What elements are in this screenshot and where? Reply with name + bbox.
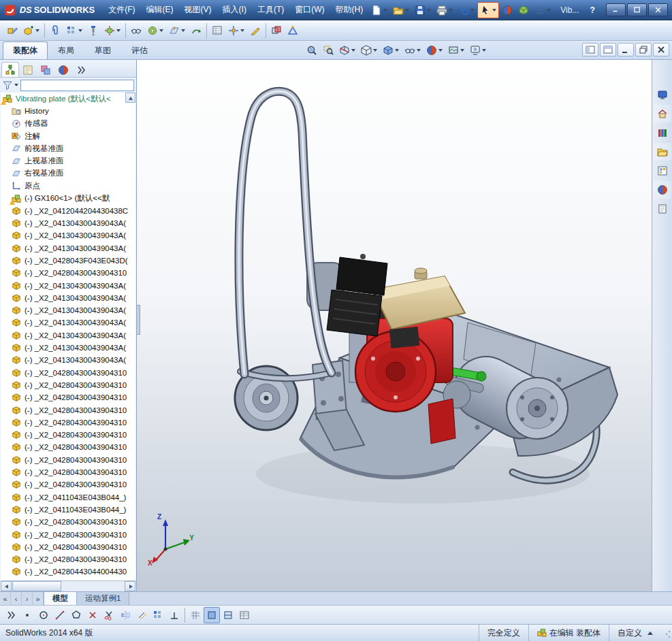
sketch-relations-button[interactable] xyxy=(166,607,182,623)
tree-item[interactable]: (-) _X2_041304300439043A( xyxy=(1,229,135,242)
tab-scroll-next[interactable]: › xyxy=(22,592,33,605)
task-custom-properties[interactable] xyxy=(654,200,671,218)
zoom-fit-button[interactable] xyxy=(304,42,320,59)
assembly-features-button[interactable] xyxy=(144,22,166,39)
tab-evaluate[interactable]: 评估 xyxy=(121,42,158,59)
tab-propertymanager[interactable] xyxy=(19,62,37,77)
reference-geometry-button[interactable] xyxy=(166,22,188,39)
tab-sketch[interactable]: 草图 xyxy=(84,42,121,59)
move-component-button[interactable] xyxy=(101,22,123,39)
tree-item[interactable]: (-) _X2_04280430043904310 xyxy=(1,466,135,478)
tree-item[interactable]: (-) _X2_04280430043904310 xyxy=(1,516,135,528)
appearance-ball-button[interactable] xyxy=(499,2,515,18)
scroll-right-button[interactable] xyxy=(125,581,135,591)
component-pattern-button[interactable] xyxy=(63,22,85,39)
show-hidden-components-button[interactable] xyxy=(128,22,144,39)
model-handle[interactable] xyxy=(239,91,332,378)
tree-item[interactable]: (-) _X2_04280443044004430 xyxy=(1,565,135,578)
tree-item[interactable]: (-) _X2_041304300439043A( xyxy=(1,279,135,291)
panel-splitter-handle[interactable] xyxy=(137,305,140,335)
tree-item[interactable]: (-) _X2_04280430043904310 xyxy=(1,478,135,491)
scrollbar-thumb[interactable] xyxy=(12,581,61,591)
tab-layout[interactable]: 布局 xyxy=(48,42,84,59)
scroll-left-button[interactable] xyxy=(1,581,12,591)
tree-item-sensors[interactable]: 传感器 xyxy=(1,118,135,130)
tab-assembly[interactable]: 装配体 xyxy=(3,42,48,59)
status-custom-dropdown[interactable]: 自定义 xyxy=(609,625,661,641)
tree-root-assembly[interactable]: Vibrating plate (默认<默认< xyxy=(1,93,135,105)
tab-motion-study-1[interactable]: 运动算例1 xyxy=(77,592,129,605)
edit-component-button[interactable] xyxy=(4,22,20,39)
sketch-offset-button[interactable] xyxy=(133,607,150,623)
menu-view[interactable]: 视图(V) xyxy=(179,2,217,18)
split-pane-left-button[interactable] xyxy=(582,43,598,56)
exploded-view-button[interactable] xyxy=(225,22,247,39)
tree-item[interactable]: (-) _X2_041304300439043A( xyxy=(1,316,135,329)
bill-of-materials-button[interactable] xyxy=(209,22,225,39)
edit-appearance-button[interactable] xyxy=(423,42,445,59)
tree-item[interactable]: (-) _X2_041304300439043A( xyxy=(1,242,135,254)
tree-item[interactable]: (-) _X2_0411043E043B044_) xyxy=(1,504,135,516)
tree-item[interactable]: (-) _X2_041304300439043A( xyxy=(1,292,135,304)
tab-scroll-prev[interactable]: ‹ xyxy=(11,592,22,605)
display-style-button[interactable] xyxy=(380,42,402,59)
tree-item-annotations[interactable]: 注解 xyxy=(1,130,135,142)
zoom-area-button[interactable] xyxy=(320,42,336,59)
tree-item[interactable]: (-) _X2_0428043F043E043D( xyxy=(1,254,135,267)
task-home[interactable] xyxy=(654,105,671,122)
tree-item[interactable]: (-) _X2_04280430043904310 xyxy=(1,429,135,441)
menu-insert[interactable]: 插入(I) xyxy=(217,2,252,18)
interference-detection-button[interactable] xyxy=(268,22,285,39)
sketch-erase-button[interactable] xyxy=(84,607,101,623)
insert-components-button[interactable] xyxy=(20,22,42,39)
design-table-button[interactable] xyxy=(236,607,253,623)
tree-item[interactable]: (-) _X2_04280430043904310 xyxy=(1,267,135,279)
tree-item[interactable]: (-) _X2_04280430043904310 xyxy=(1,391,135,404)
doc-restore-button[interactable] xyxy=(635,43,652,56)
grid-settings-button[interactable] xyxy=(187,607,204,623)
mate-button[interactable] xyxy=(47,22,63,39)
menu-window[interactable]: 窗口(W) xyxy=(289,2,330,18)
window-minimize-button[interactable] xyxy=(606,3,626,16)
task-design-library[interactable] xyxy=(654,124,671,142)
component-box-button[interactable] xyxy=(515,2,532,18)
model-vibrating-plate[interactable] xyxy=(137,60,652,591)
tree-scroll-up-button[interactable] xyxy=(125,93,135,103)
tab-configurationmanager[interactable] xyxy=(37,62,54,77)
model-carburetor[interactable] xyxy=(389,327,420,348)
split-pane-top-button[interactable] xyxy=(600,43,616,56)
options-list-button[interactable] xyxy=(532,2,554,18)
tree-item[interactable]: (-) _X2_04280430043904310 xyxy=(1,541,135,553)
sketch-toolbar-overflow[interactable] xyxy=(3,607,19,623)
sketch-circle-button[interactable] xyxy=(35,607,52,623)
apply-scene-button[interactable] xyxy=(445,42,467,59)
view-orientation-button[interactable] xyxy=(358,42,380,59)
window-close-button[interactable] xyxy=(648,3,668,16)
task-view-palette[interactable] xyxy=(654,162,671,180)
shaded-sketch-contours-button[interactable] xyxy=(204,607,220,623)
tab-scroll-first[interactable]: « xyxy=(0,592,11,605)
filter-funnel-button[interactable] xyxy=(2,80,18,91)
hide-show-items-button[interactable] xyxy=(402,42,423,59)
new-document-button[interactable] xyxy=(368,2,390,18)
resize-grip[interactable] xyxy=(661,625,672,641)
sketch-point-button[interactable] xyxy=(19,607,35,623)
tab-displaymanager[interactable] xyxy=(54,62,72,77)
tab-scroll-last[interactable]: » xyxy=(33,592,44,605)
window-maximize-button[interactable] xyxy=(627,3,647,16)
sketch-trim-button[interactable] xyxy=(101,607,117,623)
sketch-polygon-button[interactable] xyxy=(68,607,84,623)
section-planes-button[interactable] xyxy=(220,607,236,623)
sketch-mirror-button[interactable] xyxy=(117,607,133,623)
menu-edit[interactable]: 编辑(E) xyxy=(141,2,179,18)
tree-item-history[interactable]: History xyxy=(1,105,135,117)
task-appearances[interactable] xyxy=(654,181,671,199)
menu-help[interactable]: 帮助(H) xyxy=(330,2,369,18)
tree-item[interactable]: (-) _X2_04280430043904310 xyxy=(1,379,135,391)
sketch-line-button[interactable] xyxy=(52,607,68,623)
explode-line-sketch-button[interactable] xyxy=(247,22,263,39)
tree-item-right-plane[interactable]: 右视基准面 xyxy=(1,167,135,180)
tree-item[interactable]: (-) _X2_04280430043904310 xyxy=(1,416,135,429)
tree-item[interactable]: (-) _X2_041304300439043A( xyxy=(1,304,135,316)
doc-close-button[interactable] xyxy=(653,43,669,56)
